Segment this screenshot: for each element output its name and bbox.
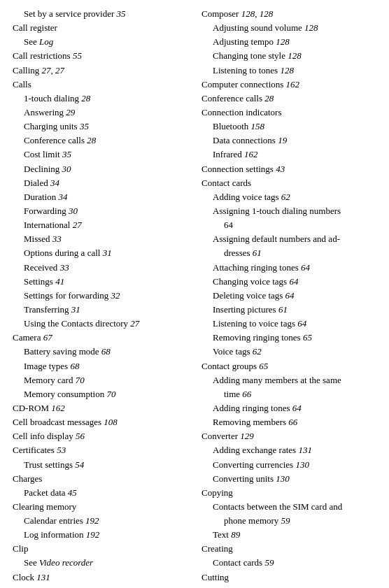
index-entry: Image types 68 [13, 359, 194, 373]
index-entry: Bluetooth 158 [201, 120, 376, 134]
index-entry: Listening to voice tags 64 [201, 317, 376, 331]
index-entry: Camera 67 [13, 331, 194, 345]
index-entry: Set by a service provider 35 [13, 7, 194, 21]
index-entry: Charging units 35 [13, 120, 194, 134]
index-entry: International 27 [13, 218, 194, 232]
index-entry: Contact cards 59 [201, 556, 376, 570]
index-entry: See Video recorder [13, 556, 194, 570]
index-entry: Data connections 19 [201, 134, 376, 148]
index-entry: Text 89 [201, 585, 376, 588]
index-entry: See Log [13, 35, 194, 49]
index-entry: Received 33 [13, 261, 194, 275]
index-entry: Converting currencies 130 [201, 458, 376, 472]
index-entry: 64 [201, 218, 376, 232]
index-entry: Missed 33 [13, 232, 194, 246]
index-entry: Settings for forwarding 32 [13, 289, 194, 303]
index-entry: Adding ringing tones 64 [201, 401, 376, 415]
index-entry: Call restrictions 55 [13, 49, 194, 63]
index-entry: Adding many members at the same [201, 373, 376, 387]
index-entry: Cutting [201, 571, 376, 585]
index-entry: Text 89 [201, 528, 376, 542]
index-entry: Infrared 162 [201, 148, 376, 162]
index-entry: Duration 34 [13, 190, 194, 204]
index-entry: Contact groups 65 [201, 359, 376, 373]
index-entry: CD-ROM 162 [13, 401, 194, 415]
index-entry: Assigning 1-touch dialing numbers [201, 204, 376, 218]
index-entry: Dialed 34 [13, 176, 194, 190]
index-entry: Conference calls 28 [13, 134, 194, 148]
index-entry: Voice tags 62 [201, 345, 376, 359]
index-entry: Removing members 66 [201, 415, 376, 429]
index-entry: Cost limit 35 [13, 148, 194, 162]
index-entry: Calls [13, 78, 194, 92]
left-column: Set by a service provider 35Call registe… [13, 7, 201, 588]
index-entry: Using the Contacts directory 27 [13, 317, 194, 331]
index-entry: Deleting voice tags 64 [201, 289, 376, 303]
index-entry: Battery saving mode 68 [13, 345, 194, 359]
index-entry: Memory consumption 70 [13, 387, 194, 401]
index-entry: Memory card 70 [13, 373, 194, 387]
index-entry: time 66 [201, 387, 376, 401]
index-entry: Log information 192 [13, 528, 194, 542]
index-entry: Creating [201, 542, 376, 556]
index-entry: Certificates 53 [13, 443, 194, 457]
index-entry: Cell info display 56 [13, 429, 194, 443]
index-entry: Forwarding 30 [13, 204, 194, 218]
index-entry: Packet data 45 [13, 486, 194, 500]
index-entry: Adjusting tempo 128 [201, 35, 376, 49]
index-entry: phone memory 59 [201, 514, 376, 528]
index-entry: Inserting pictures 61 [201, 303, 376, 317]
index-entry: Charges [13, 472, 194, 486]
index-entry: Converting units 130 [201, 472, 376, 486]
index-entry: Listening to tones 128 [201, 64, 376, 78]
index-entry: Connection indicators [201, 106, 376, 120]
index-entry: Adding voice tags 62 [201, 190, 376, 204]
index-entry: Contact cards [201, 176, 376, 190]
index-entry: Options during a call 31 [13, 246, 194, 260]
index-entry: 1-touch dialing 28 [13, 92, 194, 106]
index-entry: Removing ringing tones 65 [201, 331, 376, 345]
index-entry: Connection settings 43 [201, 162, 376, 176]
index-entry: Calendar entries 192 [13, 514, 194, 528]
index-entry: Answering 29 [13, 106, 194, 120]
index-entry: Converter 129 [201, 429, 376, 443]
index-entry: Settings 41 [13, 275, 194, 289]
index-entry: Clip [13, 542, 194, 556]
index-entry: Contacts between the SIM card and [201, 500, 376, 514]
index-entry: Alarm 131 [13, 585, 194, 588]
index-entry: Clearing memory [13, 500, 194, 514]
index-entry: Declining 30 [13, 162, 194, 176]
index-entry: Clock 131 [13, 571, 194, 585]
index-entry: dresses 61 [201, 246, 376, 260]
index-entry: Composer 128, 128 [201, 7, 376, 21]
index-entry: Calling 27, 27 [13, 64, 194, 78]
index-entry: Trust settings 54 [13, 458, 194, 472]
right-column: Composer 128, 128Adjusting sound volume … [201, 7, 376, 588]
index-entry: Cell broadcast messages 108 [13, 415, 194, 429]
index-entry: Conference calls 28 [201, 92, 376, 106]
index-entry: Copying [201, 486, 376, 500]
index-entry: Attaching ringing tones 64 [201, 261, 376, 275]
index-entry: Adjusting sound volume 128 [201, 21, 376, 35]
index-entry: Changing tone style 128 [201, 49, 376, 63]
index-entry: Call register [13, 21, 194, 35]
index-entry: Computer connections 162 [201, 78, 376, 92]
index-entry: Transferring 31 [13, 303, 194, 317]
page-content: Set by a service provider 35Call registe… [13, 7, 376, 588]
index-entry: Assigning default numbers and ad- [201, 232, 376, 246]
index-entry: Adding exchange rates 131 [201, 443, 376, 457]
index-entry: Changing voice tags 64 [201, 275, 376, 289]
